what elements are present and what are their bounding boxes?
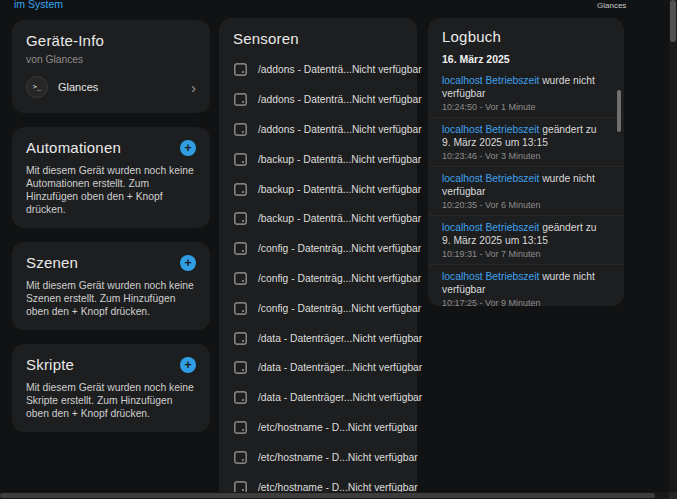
right-column: Logbuch 16. März 2025 localhost Betriebs…	[428, 18, 624, 320]
scripts-empty-text: Mit diesem Gerät wurden noch keine Skrip…	[26, 381, 196, 420]
logbook-entity-link[interactable]: localhost Betriebszeit	[442, 75, 539, 86]
sensor-value: Nicht verfügbar	[351, 213, 421, 224]
sensor-value: Nicht verfügbar	[348, 482, 418, 493]
sensor-value: Nicht verfügbar	[352, 64, 422, 75]
scenes-empty-text: Mit diesem Gerät wurden noch keine Szene…	[26, 279, 196, 318]
glances-logo-glyph: >_	[33, 83, 41, 91]
sensor-name: /config - Datenträg...	[258, 243, 351, 254]
logbook-time: 10:24:50 - Vor 1 Minute	[442, 102, 606, 112]
harddisk-icon	[232, 121, 249, 138]
sensor-row[interactable]: /addons - Datenträ... Nicht verfügbar	[219, 115, 417, 145]
sensor-row[interactable]: /data - Datenträger... Nicht verfügbar	[219, 383, 417, 413]
logbook-date: 16. März 2025	[428, 45, 624, 69]
scrollbar-corner	[669, 492, 677, 499]
harddisk-icon	[232, 359, 249, 376]
logbook-time: 10:20:35 - Vor 6 Minuten	[442, 200, 606, 210]
logbook-entry-text: localhost Betriebszeit geändert zu 9. Mä…	[442, 221, 606, 247]
logbook-entity-link[interactable]: localhost Betriebszeit	[442, 124, 539, 135]
sensor-row[interactable]: /backup - Datenträ... Nicht verfügbar	[219, 144, 417, 174]
logbook-entry: localhost Betriebszeit wurde nicht verfü…	[428, 265, 624, 306]
sensor-value: Nicht verfügbar	[351, 154, 421, 165]
sensor-name: /addons - Datenträ...	[258, 94, 352, 105]
logbook-entity-link[interactable]: localhost Betriebszeit	[442, 173, 539, 184]
harddisk-icon	[232, 181, 249, 198]
sensor-row[interactable]: /etc/hostname - D... Nicht verfügbar	[219, 442, 417, 472]
sensor-row[interactable]: /backup - Datenträ... Nicht verfügbar	[219, 174, 417, 204]
left-column: Geräte-Info von Glances >_ Glances › Aut…	[12, 20, 210, 446]
sensor-row[interactable]: /addons - Datenträ... Nicht verfügbar	[219, 85, 417, 115]
automations-title: Automationen	[26, 139, 121, 156]
sensor-name: /backup - Datenträ...	[258, 213, 351, 224]
top-app-bar: im System Glances	[0, 0, 677, 13]
sensor-value: Nicht verfügbar	[351, 273, 421, 284]
middle-column: Sensoren /addons - Datenträ... Nicht ver…	[219, 18, 417, 499]
sensor-value: Nicht verfügbar	[352, 94, 422, 105]
sensor-row[interactable]: /addons - Datenträ... Nicht verfügbar	[219, 55, 417, 85]
sensor-value: Nicht verfügbar	[352, 333, 422, 344]
scripts-card: Skripte + Mit diesem Gerät wurden noch k…	[12, 344, 210, 432]
integration-name: Glances	[58, 81, 98, 93]
scenes-card-header: Szenen +	[26, 254, 196, 271]
page-vertical-scrollbar[interactable]	[669, 0, 677, 499]
logbook-entry-text: localhost Betriebszeit geändert zu 9. Mä…	[442, 123, 606, 149]
add-automation-button[interactable]: +	[180, 140, 196, 156]
logbook-entry: localhost Betriebszeit wurde nicht verfü…	[428, 69, 624, 118]
add-script-button[interactable]: +	[180, 357, 196, 373]
topbar-device-label: Glances	[597, 1, 626, 10]
sensor-name: /data - Datenträger...	[258, 362, 352, 373]
chevron-right-icon: ›	[191, 80, 196, 95]
sensor-row[interactable]: /config - Datenträg... Nicht verfügbar	[219, 234, 417, 264]
harddisk-icon	[232, 300, 249, 317]
vertical-scrollbar-thumb[interactable]	[670, 0, 676, 42]
harddisk-icon	[232, 240, 249, 257]
sensor-name: /etc/hostname - D...	[258, 422, 348, 433]
add-scene-button[interactable]: +	[180, 255, 196, 271]
logbook-time: 10:19:31 - Vor 7 Minuten	[442, 249, 606, 259]
horizontal-scrollbar-thumb[interactable]	[0, 493, 655, 498]
logbook-entity-link[interactable]: localhost Betriebszeit	[442, 222, 539, 233]
logbook-title: Logbuch	[428, 28, 624, 45]
automations-card: Automationen + Mit diesem Gerät wurden n…	[12, 127, 210, 228]
harddisk-icon	[232, 61, 249, 78]
sensor-value: Nicht verfügbar	[351, 184, 421, 195]
sensor-name: /backup - Datenträ...	[258, 184, 351, 195]
sensor-value: Nicht verfügbar	[351, 243, 421, 254]
logbook-entry-text: localhost Betriebszeit wurde nicht verfü…	[442, 74, 606, 100]
sensor-name: /data - Datenträger...	[258, 333, 352, 344]
logbook-entry-text: localhost Betriebszeit wurde nicht verfü…	[442, 172, 606, 198]
sensor-value: Nicht verfügbar	[351, 303, 421, 314]
harddisk-icon	[232, 91, 249, 108]
integration-row-glances[interactable]: >_ Glances ›	[26, 76, 196, 98]
logbook-card: Logbuch 16. März 2025 localhost Betriebs…	[428, 18, 624, 306]
glances-logo-icon: >_	[26, 76, 48, 98]
sensor-name: /addons - Datenträ...	[258, 124, 352, 135]
breadcrumb-link[interactable]: im System	[14, 0, 63, 10]
automations-card-header: Automationen +	[26, 139, 196, 156]
sensor-name: /etc/hostname - D...	[258, 452, 348, 463]
logbook-entity-link[interactable]: localhost Betriebszeit	[442, 271, 539, 282]
sensor-row[interactable]: /config - Datenträg... Nicht verfügbar	[219, 293, 417, 323]
sensor-name: /config - Datenträg...	[258, 303, 351, 314]
logbook-time: 10:17:25 - Vor 9 Minuten	[442, 298, 606, 306]
device-info-card: Geräte-Info von Glances >_ Glances ›	[12, 20, 210, 113]
sensor-row[interactable]: /backup - Datenträ... Nicht verfügbar	[219, 204, 417, 234]
sensor-value: Nicht verfügbar	[352, 392, 422, 403]
harddisk-icon	[232, 151, 249, 168]
sensor-row[interactable]: /data - Datenträger... Nicht verfügbar	[219, 353, 417, 383]
sensor-value: Nicht verfügbar	[348, 452, 418, 463]
sensor-row[interactable]: /config - Datenträg... Nicht verfügbar	[219, 264, 417, 294]
sensor-row[interactable]: /data - Datenträger... Nicht verfügbar	[219, 323, 417, 353]
device-info-title: Geräte-Info	[26, 32, 196, 49]
sensor-name: /backup - Datenträ...	[258, 154, 351, 165]
harddisk-icon	[232, 389, 249, 406]
sensor-row[interactable]: /etc/hostname - D... Nicht verfügbar	[219, 413, 417, 443]
automations-empty-text: Mit diesem Gerät wurden noch keine Autom…	[26, 164, 196, 216]
logbook-time: 10:23:46 - Vor 3 Minuten	[442, 151, 606, 161]
harddisk-icon	[232, 419, 249, 436]
harddisk-icon	[232, 449, 249, 466]
logbook-entry: localhost Betriebszeit geändert zu 9. Mä…	[428, 216, 624, 265]
logbook-entry-text: localhost Betriebszeit wurde nicht verfü…	[442, 270, 606, 296]
logbook-scrollbar-thumb[interactable]	[617, 90, 621, 132]
page-horizontal-scrollbar[interactable]	[0, 492, 669, 499]
sensors-card: Sensoren /addons - Datenträ... Nicht ver…	[219, 18, 417, 499]
